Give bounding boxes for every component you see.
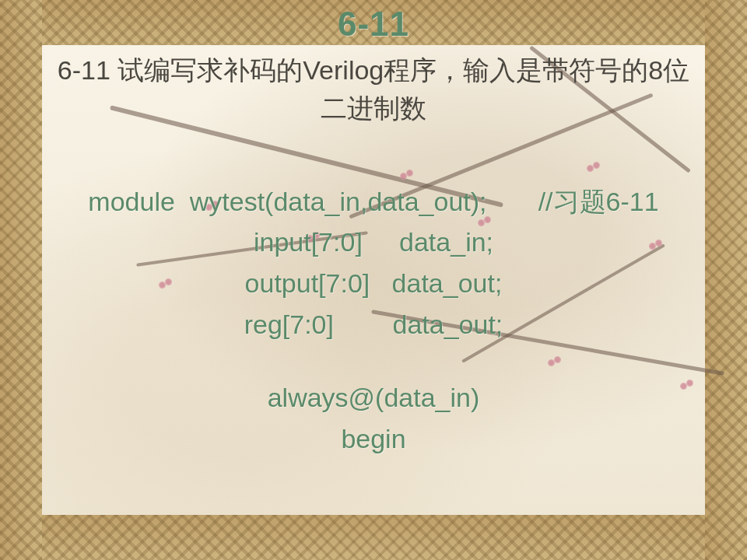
slide: 6-11 6-11 试编写求补码的Verilog程序，输入是带符号的8位二进制数…: [0, 0, 747, 560]
verilog-code: module wytest(data_in,data_out); //习题6-1…: [47, 181, 700, 460]
code-line-input: input[7:0] data_in;: [47, 222, 700, 263]
slide-content: 6-11 6-11 试编写求补码的Verilog程序，输入是带符号的8位二进制数…: [0, 0, 747, 560]
problem-prompt: 6-11 试编写求补码的Verilog程序，输入是带符号的8位二进制数: [47, 51, 700, 128]
code-line-always: always@(data_in): [47, 377, 700, 418]
code-line-output: output[7:0] data_out;: [47, 263, 700, 304]
code-line-reg: reg[7:0] data_out;: [47, 304, 700, 345]
code-line-begin: begin: [47, 418, 700, 460]
blank-line: [47, 345, 700, 377]
slide-title: 6-11: [47, 5, 700, 44]
code-line-module: module wytest(data_in,data_out); //习题6-1…: [47, 181, 700, 222]
